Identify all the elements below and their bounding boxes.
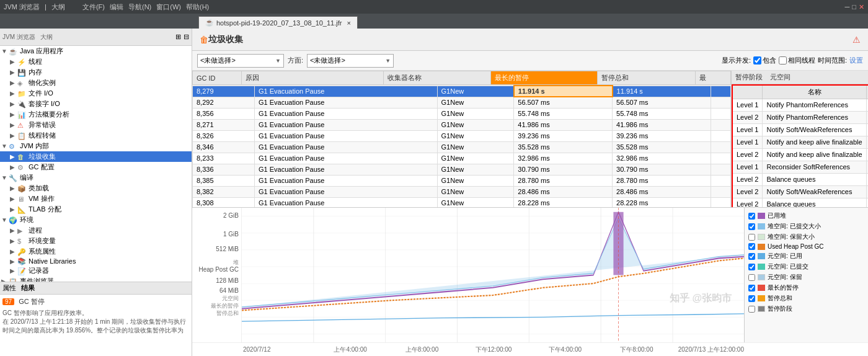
legend-meta-used-check[interactable] bbox=[748, 253, 755, 260]
right-controls: 显示并发: 包含 相同线程 时间范围: 设置 bbox=[722, 56, 863, 65]
table-row[interactable]: 8,385G1 Evacuation PauseG1New28.780 ms28… bbox=[193, 175, 731, 186]
sidebar-item-class-load[interactable]: ▶ 📦 类加载 bbox=[0, 183, 192, 194]
table-row[interactable]: 8,382G1 Evacuation PauseG1New28.486 ms28… bbox=[193, 186, 731, 197]
close-btn[interactable]: ✕ bbox=[859, 3, 864, 11]
right-table-scroll[interactable]: 名称 持续时间 开始时间 线程 Level 1Notify PhantomRef… bbox=[732, 84, 868, 207]
tab-results[interactable]: 结果 bbox=[21, 283, 35, 293]
x-label-1: 上午4:00:00 bbox=[314, 345, 386, 354]
legend-used-heap-check[interactable] bbox=[748, 213, 755, 220]
sidebar-label-event-browser: 事件浏览器 bbox=[20, 277, 54, 282]
sidebar-toolbar: JVM 浏览器 大纲 ⊞ ⊟ bbox=[0, 29, 192, 46]
sidebar-item-gc-config[interactable]: ▶ ⚙ GC 配置 bbox=[0, 162, 192, 172]
include-checkbox[interactable] bbox=[753, 56, 761, 65]
main-tab[interactable]: ☕ hotspot-pid-19-2020_07_13_08_10_11.jfr… bbox=[198, 16, 358, 29]
sidebar-item-jvm-internal[interactable]: ▼ ⚙ JVM 内部 bbox=[0, 141, 192, 151]
right-table-row[interactable]: Level 1Notify and keep alive finalizable… bbox=[732, 136, 868, 148]
x-label-4: 下午4:00:00 bbox=[529, 345, 601, 354]
sidebar-item-threads[interactable]: ▶ ⚡ 线程 bbox=[0, 56, 192, 67]
table-scroll[interactable]: 8,279G1 Evacuation PauseG1New11.914 s11.… bbox=[192, 85, 731, 207]
legend-longest-pause-check[interactable] bbox=[748, 285, 755, 291]
legend-heap-committed-label: 堆空间: 已提交大小 bbox=[768, 222, 821, 231]
sidebar-item-vm-ops[interactable]: ▶ 🖥 VM 操作 bbox=[0, 194, 192, 204]
right-table-row[interactable]: Level 1Notify PhantomReferences171.558 μ… bbox=[732, 99, 868, 111]
right-table-row[interactable]: Level 2Notify and keep alive finalizable… bbox=[732, 148, 868, 161]
sidebar-btn2[interactable]: ⊟ bbox=[184, 33, 189, 41]
include-checkbox-label[interactable]: 包含 bbox=[753, 56, 776, 65]
cell-reason: G1 Evacuation Pause bbox=[254, 130, 437, 141]
menu-help[interactable]: 帮助(H) bbox=[186, 2, 209, 12]
minimize-btn[interactable]: ─ bbox=[845, 3, 850, 11]
menu-file[interactable]: 文件(F) bbox=[82, 2, 105, 12]
sidebar-item-env-vars[interactable]: ▶ $ 环境变量 bbox=[0, 236, 192, 246]
table-row[interactable]: 8,271G1 Evacuation PauseG1New41.986 ms41… bbox=[193, 119, 731, 130]
table-row[interactable]: 8,292G1 Evacuation PauseG1New56.507 ms56… bbox=[193, 97, 731, 108]
sidebar-item-thread-dump[interactable]: ▶ 📋 线程转储 bbox=[0, 130, 192, 141]
sidebar-item-method[interactable]: ▶ 📊 方法概要分析 bbox=[0, 109, 192, 120]
sidebar-item-socket-io[interactable]: ▶ 🔌 套接字 I/O bbox=[0, 99, 192, 109]
sidebar-item-logger[interactable]: ▶ 📝 记录器 bbox=[0, 265, 192, 276]
table-row[interactable]: 8,279G1 Evacuation PauseG1New11.914 s11.… bbox=[193, 86, 731, 97]
legend-heap-reserved-check[interactable] bbox=[748, 234, 755, 241]
pause-phase-tab[interactable]: 暂停阶段 bbox=[735, 73, 763, 82]
table-row[interactable]: 8,346G1 Evacuation PauseG1New35.528 ms35… bbox=[193, 141, 731, 153]
expand-arrow: ▶ bbox=[10, 164, 17, 171]
sidebar-item-instances[interactable]: ▶ ◈ 物化实例 bbox=[0, 78, 192, 88]
menu-window[interactable]: 窗口(W) bbox=[156, 2, 181, 12]
gc-config-icon: ⚙ bbox=[17, 164, 27, 171]
sidebar-btn1[interactable]: ⊞ bbox=[175, 33, 181, 41]
sidebar-item-file-io[interactable]: ▶ 📁 文件 I/O bbox=[0, 88, 192, 99]
legend-meta-committed-check[interactable] bbox=[748, 264, 755, 270]
legend-meta-reserved-check[interactable] bbox=[748, 274, 755, 281]
table-row[interactable]: 8,356G1 Evacuation PauseG1New55.748 ms55… bbox=[193, 108, 731, 119]
same-thread-checkbox-label[interactable]: 相同线程 bbox=[779, 56, 815, 65]
legend-used-heap-post-check[interactable] bbox=[748, 243, 755, 250]
table-row[interactable]: 8,308G1 Evacuation PauseG1New28.228 ms28… bbox=[193, 197, 731, 207]
sidebar-label-thread-dump: 线程转储 bbox=[29, 131, 56, 140]
sidebar-item-gc[interactable]: ▶ 🗑 垃圾收集 bbox=[0, 151, 192, 162]
table-row[interactable]: 8,233G1 Evacuation PauseG1New32.986 ms32… bbox=[193, 153, 731, 164]
exception-icon: ⚠ bbox=[17, 122, 27, 129]
table-row[interactable]: 8,326G1 Evacuation PauseG1New39.236 ms39… bbox=[193, 130, 731, 141]
dropdown-left-value: <未做选择> bbox=[200, 56, 236, 65]
sidebar-item-sys-props[interactable]: ▶ 🔑 系统属性 bbox=[0, 246, 192, 257]
right-table-row[interactable]: Level 1Notify Soft/WeakReferences55.072 … bbox=[732, 123, 868, 136]
cell-reason: G1 Evacuation Pause bbox=[254, 141, 437, 153]
legend-heap-committed: 堆空间: 已提交大小 bbox=[748, 222, 864, 231]
cell-gc-id: 8,336 bbox=[193, 164, 255, 175]
sidebar-item-process[interactable]: ▶ ▶ 进程 bbox=[0, 225, 192, 236]
sidebar-item-memory[interactable]: ▶ 💾 内存 bbox=[0, 67, 192, 78]
sidebar-item-java-app[interactable]: ▼ ☕ Java 应用程序 bbox=[0, 46, 192, 56]
legend-heap-committed-check[interactable] bbox=[748, 223, 755, 230]
sidebar-item-tlab[interactable]: ▶ 📐 TLAB 分配 bbox=[0, 204, 192, 215]
legend-pause-phase-check[interactable] bbox=[748, 306, 755, 313]
sidebar-item-env[interactable]: ▼ 🌍 环境 bbox=[0, 215, 192, 225]
sidebar-item-native-libs[interactable]: ▶ 📚 Native Libraries bbox=[0, 257, 192, 265]
legend-pause-total-check[interactable] bbox=[748, 295, 755, 302]
dropdown-right[interactable]: <未做选择> ▼ bbox=[307, 54, 394, 68]
cell-name: Notify PhantomReferences bbox=[763, 111, 866, 123]
cell-gc-id: 8,356 bbox=[193, 108, 255, 119]
sidebar-item-compile[interactable]: ▼ 🔧 编译 bbox=[0, 172, 192, 183]
legend-heap-committed-color bbox=[758, 223, 765, 229]
sidebar-item-event-browser[interactable]: ▶ 📋 事件浏览器 bbox=[0, 276, 192, 282]
menu-edit[interactable]: 编辑 bbox=[110, 2, 123, 12]
right-table-row[interactable]: Level 2Notify Soft/WeakReferences3.533 μ… bbox=[732, 185, 868, 198]
dropdown-left[interactable]: <未做选择> ▼ bbox=[197, 54, 284, 68]
y-spacer2 bbox=[193, 239, 240, 245]
sidebar-item-exception[interactable]: ▶ ⚠ 异常错误 bbox=[0, 120, 192, 130]
tab-close-icon[interactable]: × bbox=[347, 19, 350, 27]
table-row[interactable]: 8,336G1 Evacuation PauseG1New30.790 ms30… bbox=[193, 164, 731, 175]
right-table-row[interactable]: Level 2Notify PhantomReferences142.925 μ… bbox=[732, 111, 868, 123]
vm-ops-icon: 🖥 bbox=[17, 195, 27, 203]
settings-btn[interactable]: 设置 bbox=[849, 56, 863, 65]
right-table-row[interactable]: Level 2Balance queues5.415 μs2020/7/13 上… bbox=[732, 173, 868, 185]
meta-space-tab[interactable]: 元空间 bbox=[770, 73, 790, 82]
same-thread-checkbox[interactable] bbox=[779, 56, 787, 65]
maximize-btn[interactable]: □ bbox=[852, 3, 856, 11]
right-table-row[interactable]: Level 1Reconsider SoftReferences18.760 μ… bbox=[732, 161, 868, 173]
right-table-row[interactable]: Level 2Balance queues532 ns2020/7/13 上午1… bbox=[732, 198, 868, 207]
sidebar-label-socket-io: 套接字 I/O bbox=[29, 99, 60, 109]
tab-properties[interactable]: 属性 bbox=[2, 283, 16, 293]
menu-nav[interactable]: 导航(N) bbox=[128, 2, 151, 12]
fangxiang-label: 方面: bbox=[288, 56, 303, 65]
